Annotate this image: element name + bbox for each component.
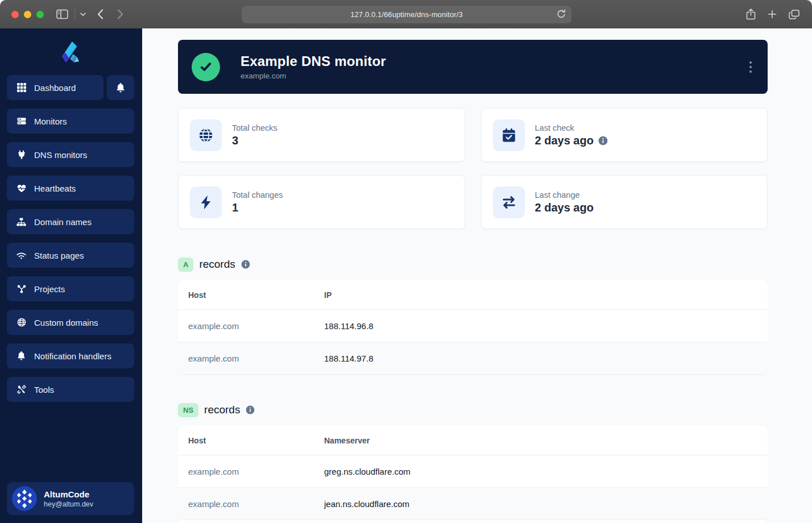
calendar-check-icon xyxy=(493,119,525,151)
stat-label: Total changes xyxy=(232,190,283,200)
stat-value: 3 xyxy=(232,134,277,147)
browser-chrome: 127.0.0.1/66uptime/dns-monitor/3 xyxy=(0,0,812,28)
sidebar-toggle-icon[interactable] xyxy=(56,9,68,19)
altumcode-logo-icon[interactable] xyxy=(55,38,87,69)
sidebar-item-custom-domains[interactable]: Custom domains xyxy=(7,310,134,335)
record-type-badge: A xyxy=(178,258,193,272)
forward-icon[interactable] xyxy=(117,9,123,19)
stat-card-total-changes: Total changes 1 xyxy=(178,175,465,229)
bell-icon xyxy=(16,351,26,360)
notifications-bell-button[interactable] xyxy=(107,75,134,100)
sidebar-item-heartbeats[interactable]: Heartbeats xyxy=(7,176,134,201)
divider xyxy=(74,9,75,19)
table-header-row: Host IP xyxy=(178,280,768,310)
section-title: records xyxy=(199,258,235,271)
sidebar-item-label: Monitors xyxy=(34,117,67,126)
sidebar-item-monitors[interactable]: Monitors xyxy=(7,109,134,134)
sidebar-item-label: Tools xyxy=(34,385,54,395)
stat-value: 2 days ago xyxy=(535,201,594,214)
sidebar-item-status-pages[interactable]: Status pages xyxy=(7,243,134,268)
info-icon[interactable] xyxy=(241,260,250,269)
monitor-header-card: Example DNS monitor example.com xyxy=(178,40,768,94)
zoom-window-button[interactable] xyxy=(36,11,44,18)
wifi-icon xyxy=(16,252,26,259)
table-row: example.com jean.ns.cloudflare.com xyxy=(178,488,768,520)
share-icon[interactable] xyxy=(746,9,756,20)
user-name: AltumCode xyxy=(44,489,93,499)
host-cell: example.com xyxy=(178,354,324,363)
user-profile-card[interactable]: AltumCode hey@altum.dev xyxy=(7,482,134,515)
kebab-menu-icon[interactable] xyxy=(746,58,755,76)
back-icon[interactable] xyxy=(97,9,103,19)
sidebar-item-notification-handlers[interactable]: Notification handlers xyxy=(7,343,134,368)
stat-label: Last change xyxy=(535,190,594,200)
plug-icon xyxy=(16,150,26,159)
sidebar-item-label: Domain names xyxy=(34,217,92,227)
stat-value: 1 xyxy=(232,201,283,214)
new-tab-icon[interactable] xyxy=(768,10,777,19)
stat-card-total-checks: Total checks 3 xyxy=(178,108,465,162)
url-text: 127.0.0.1/66uptime/dns-monitor/3 xyxy=(350,10,463,19)
table-row: example.com greg.ns.cloudflare.com xyxy=(178,455,768,488)
sidebar-item-label: Notification handlers xyxy=(34,351,111,361)
ip-cell: 188.114.96.8 xyxy=(324,321,768,331)
stats-grid: Total checks 3 xyxy=(178,108,768,229)
reload-icon[interactable] xyxy=(556,9,566,19)
globe-icon xyxy=(190,119,222,151)
sidebar-nav: Dashboard xyxy=(0,75,142,402)
nameserver-cell: greg.ns.cloudflare.com xyxy=(324,467,768,476)
chevron-down-icon[interactable] xyxy=(80,13,86,16)
host-cell: example.com xyxy=(178,467,324,476)
bell-icon xyxy=(116,83,125,93)
stat-value: 2 days ago xyxy=(535,134,608,147)
sidebar-item-label: Dashboard xyxy=(34,83,76,93)
window-controls xyxy=(11,11,44,18)
column-header: Host xyxy=(178,290,324,300)
host-cell: example.com xyxy=(178,321,324,331)
nameserver-cell: jean.ns.cloudflare.com xyxy=(324,499,768,509)
section-title: records xyxy=(204,404,240,416)
user-email: hey@altum.dev xyxy=(44,500,93,508)
table-row: example.com 188.114.97.8 xyxy=(178,342,768,375)
sidebar-item-label: Projects xyxy=(34,284,65,294)
globe-icon xyxy=(16,318,26,327)
table-header-row: Host Nameserver xyxy=(178,426,768,455)
tab-overview-icon[interactable] xyxy=(789,10,799,19)
sidebar-item-dashboard[interactable]: Dashboard xyxy=(7,75,103,100)
stat-label: Total checks xyxy=(232,123,277,132)
sidebar-item-domain-names[interactable]: Domain names xyxy=(7,209,134,234)
ns-records-table: Host Nameserver example.com greg.ns.clou… xyxy=(178,426,768,523)
monitor-target: example.com xyxy=(241,72,386,80)
stat-card-last-check: Last check 2 days ago xyxy=(481,108,768,162)
sidebar-item-dns-monitors[interactable]: DNS monitors xyxy=(7,142,134,167)
table-row: example.com 188.114.96.8 xyxy=(178,310,768,342)
column-header: Host xyxy=(178,436,324,445)
close-window-button[interactable] xyxy=(11,11,19,18)
sitemap-icon xyxy=(16,218,26,226)
share-nodes-icon xyxy=(16,285,26,293)
sidebar-item-tools[interactable]: Tools xyxy=(7,377,134,402)
a-records-table: Host IP example.com 188.114.96.8 example… xyxy=(178,280,768,375)
avatar xyxy=(12,486,37,511)
heart-pulse-icon xyxy=(16,184,26,193)
partial-row xyxy=(178,520,768,523)
screwdriver-wrench-icon xyxy=(16,385,26,394)
sidebar-item-projects[interactable]: Projects xyxy=(7,276,134,301)
grid-icon xyxy=(16,83,26,92)
info-icon[interactable] xyxy=(246,405,255,414)
status-up-icon xyxy=(192,53,220,81)
ns-records-section: NS records Host Nameserver xyxy=(178,401,768,523)
sidebar: Dashboard xyxy=(0,28,142,523)
ip-cell: 188.114.97.8 xyxy=(324,354,768,363)
address-bar[interactable]: 127.0.0.1/66uptime/dns-monitor/3 xyxy=(242,6,571,23)
column-header: IP xyxy=(324,290,768,300)
a-records-section: A records Host IP xyxy=(178,256,768,375)
info-icon[interactable] xyxy=(598,136,608,146)
sidebar-item-label: Custom domains xyxy=(34,318,98,327)
arrows-right-left-icon xyxy=(493,186,525,218)
sidebar-item-label: DNS monitors xyxy=(34,150,87,160)
minimize-window-button[interactable] xyxy=(24,11,31,18)
server-icon xyxy=(16,117,26,126)
stat-label: Last check xyxy=(535,123,608,132)
bolt-icon xyxy=(190,186,222,218)
